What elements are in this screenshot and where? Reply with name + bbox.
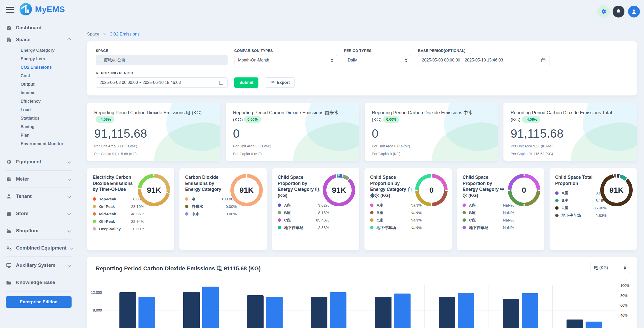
sidebar-item-meter[interactable]: Meter bbox=[6, 173, 72, 185]
sidebar-subitem-output[interactable]: Output bbox=[21, 80, 72, 88]
metric-value: 91,115.68 bbox=[94, 127, 213, 140]
bar-base-period bbox=[567, 320, 583, 328]
energy-unit-select[interactable]: 电 (KG) bbox=[590, 263, 630, 273]
donut-center-value: 0 bbox=[511, 178, 537, 203]
space-input[interactable]: 一度城/办公楼 bbox=[96, 55, 228, 65]
sidebar-subitem-energy-item[interactable]: Energy Item bbox=[21, 55, 72, 63]
sidebar-item-space[interactable]: Space bbox=[6, 34, 72, 46]
legend-label: Off-Peak bbox=[99, 219, 123, 224]
legend-row: 地下停车场NaN% bbox=[463, 225, 514, 230]
calendar-icon bbox=[219, 80, 224, 85]
comparison-types-select[interactable]: Month-On-Month bbox=[234, 55, 337, 65]
sidebar-subitem-plan[interactable]: Plan bbox=[21, 131, 72, 139]
building-icon bbox=[6, 37, 12, 43]
trend-badge: 0.00% bbox=[244, 116, 261, 123]
legend-value: 85.40% bbox=[316, 218, 329, 222]
settings-icon[interactable] bbox=[598, 6, 609, 17]
sidebar-subitem-cost[interactable]: Cost bbox=[21, 72, 72, 80]
reporting-period-input[interactable]: 2025-06-03 00:00:00 ~ 2025-06-10 15:46:0… bbox=[96, 77, 228, 88]
sidebar-item-label: Dashboard bbox=[16, 25, 72, 31]
legend-row: Off-Peak22.94% bbox=[93, 219, 144, 224]
right-axis-tick bbox=[616, 296, 619, 296]
breadcrumb-space[interactable]: Space bbox=[87, 32, 99, 37]
donut-chart: 91K bbox=[600, 174, 633, 206]
bar-chart-title: Reporting Period Carbon Dioxide Emission… bbox=[96, 265, 628, 272]
user-avatar-icon[interactable] bbox=[628, 6, 640, 17]
y-axis-tick-label: 12,000 bbox=[91, 290, 102, 295]
bar-reporting-period bbox=[394, 294, 411, 328]
legend-row: A座NaN% bbox=[463, 203, 514, 208]
metric-card-title: Reporting Period Carbon Dioxide Emission… bbox=[94, 109, 205, 123]
trend-badge: ↑4.58% bbox=[522, 116, 540, 123]
metric-card-title: Reporting Period Carbon Dioxide Emission… bbox=[233, 109, 344, 123]
sidebar-item-label: Space bbox=[16, 37, 64, 42]
legend-row: Mid-Peak48.96% bbox=[93, 212, 144, 216]
sidebar-subitem-income[interactable]: Income bbox=[21, 88, 72, 97]
sidebar-subitem-saving[interactable]: Saving bbox=[21, 122, 72, 131]
base-period-input[interactable]: 2025-05-03 00:00:00 ~ 2025-05-10 15:46:0… bbox=[418, 55, 550, 65]
sidebar-item-label: Shopfloor bbox=[16, 228, 64, 234]
category-slot bbox=[105, 285, 169, 328]
legend-label: A座 bbox=[562, 191, 585, 195]
legend-value: 22.94% bbox=[131, 219, 144, 224]
sidebar-subitem-co2-emissions[interactable]: CO2 Emissions bbox=[21, 63, 72, 72]
donut-card: Electricity Carbon Dioxide Emissions by … bbox=[87, 168, 174, 250]
sidebar-nav: DashboardSpaceEnergy CategoryEnergy Item… bbox=[0, 19, 77, 328]
legend-label: 地下停车场 bbox=[562, 213, 585, 218]
sidebar-item-tenant[interactable]: Tenant bbox=[6, 190, 72, 202]
sidebar-item-combined-equipment[interactable]: Combined Equipment bbox=[6, 242, 72, 254]
bar-reporting-period bbox=[138, 297, 155, 328]
sidebar-subitem-energy-category[interactable]: Energy Category bbox=[21, 46, 72, 55]
sidebar-item-auxiliary-system[interactable]: Auxiliary System bbox=[6, 259, 72, 271]
breadcrumb-current[interactable]: CO2 Emissions bbox=[109, 32, 140, 37]
metric-cards-row: Reporting Period Carbon Dioxide Emission… bbox=[87, 103, 637, 161]
brand-name: MyEMS bbox=[35, 5, 65, 14]
monitor-icon bbox=[6, 262, 12, 268]
category-slot bbox=[169, 285, 233, 328]
legend-value: 3.62% bbox=[318, 203, 329, 207]
bar-base-period bbox=[503, 299, 519, 328]
export-button[interactable]: Export bbox=[265, 77, 295, 88]
category-slot bbox=[361, 285, 424, 328]
period-types-select[interactable]: Daily bbox=[344, 55, 411, 65]
metric-title-text: Reporting Period Carbon Dioxide Emission… bbox=[94, 110, 202, 115]
sidebar-item-knowledge-base[interactable]: Knowledge Base bbox=[6, 277, 72, 288]
legend-row: 地下停车场2.83% bbox=[555, 213, 607, 218]
legend-value: NaN% bbox=[411, 203, 422, 207]
sidebar-subitem-load[interactable]: Load bbox=[21, 105, 72, 114]
legend-dot-icon bbox=[555, 199, 559, 202]
sidebar-item-store[interactable]: Store bbox=[6, 208, 72, 219]
bar-reporting-period bbox=[202, 287, 219, 328]
filter-panel: SPACE 一度城/办公楼 COMPARISON TYPES Month-On-… bbox=[87, 41, 637, 95]
right-axis-tick-label: 60% bbox=[620, 303, 628, 307]
sidebar-subitem-statistics[interactable]: Statistics bbox=[21, 114, 72, 122]
legend-row: C座NaN% bbox=[370, 218, 422, 223]
donut-chart: 91K bbox=[138, 174, 170, 206]
reporting-period-label: REPORTING PERIOD bbox=[96, 71, 228, 75]
legend-label: C座 bbox=[284, 218, 308, 223]
legend-row: C座85.40% bbox=[555, 206, 607, 210]
notifications-icon[interactable] bbox=[613, 6, 624, 17]
sidebar-item-dashboard[interactable]: Dashboard bbox=[6, 22, 72, 34]
sidebar-item-shopfloor[interactable]: Shopfloor bbox=[6, 225, 72, 237]
donut-card: Carbon Dioxide Emissions by Energy Categ… bbox=[179, 168, 267, 250]
legend-label: B座 bbox=[562, 198, 585, 203]
category-slot bbox=[489, 285, 552, 328]
legend-label: C座 bbox=[377, 218, 400, 223]
hamburger-menu-icon[interactable] bbox=[6, 7, 14, 13]
donut-chart: 91K bbox=[230, 174, 263, 206]
donut-card-title: Child Space Proportion by Energy Categor… bbox=[278, 174, 321, 199]
legend-dot-icon bbox=[93, 212, 96, 216]
enterprise-edition-button[interactable]: Enterprise Edition bbox=[6, 296, 72, 308]
right-axis-tick bbox=[616, 316, 619, 316]
sidebar-item-equipment[interactable]: Equipment bbox=[6, 156, 72, 168]
legend-row: 自来水0.00% bbox=[185, 204, 237, 209]
submit-button[interactable]: Submit bbox=[234, 77, 258, 88]
legend-row: A座NaN% bbox=[370, 203, 422, 208]
sidebar-subitem-efficiency[interactable]: Efficiency bbox=[21, 97, 72, 105]
legend-dot-icon bbox=[93, 220, 96, 223]
sidebar-subitem-environment-monitor[interactable]: Environment Monitor bbox=[21, 139, 72, 148]
legend-label: On-Peak bbox=[99, 204, 123, 209]
legend-value: 2.83% bbox=[318, 225, 329, 230]
metric-value: 0 bbox=[372, 127, 491, 140]
